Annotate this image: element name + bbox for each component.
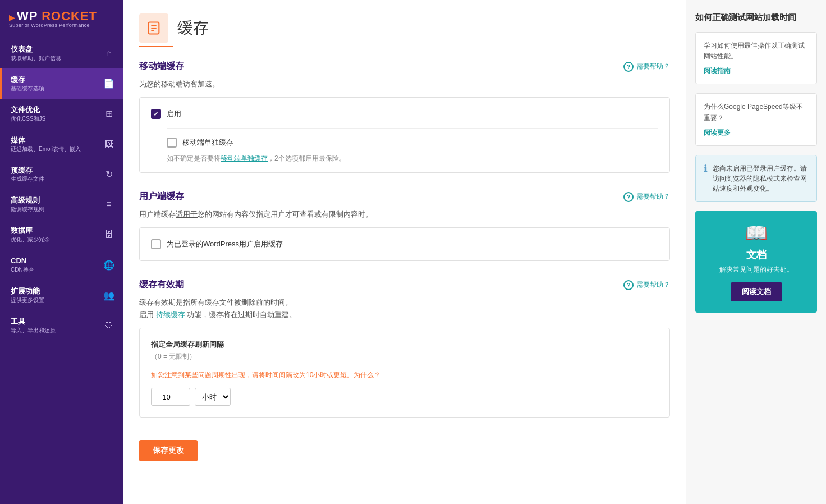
mobile-separate-desc: 如不确定是否要将移动端单独缓存，2个选项都启用最保险。 bbox=[167, 153, 658, 163]
mobile-cache-help[interactable]: ? 需要帮助？ bbox=[623, 62, 670, 72]
cache-lifetime-help[interactable]: ? 需要帮助？ bbox=[623, 280, 670, 290]
user-cache-enable-row[interactable]: 为已登录的WordPress用户启用缓存 bbox=[151, 237, 658, 251]
interval-row: 小时 分钟 天 bbox=[151, 388, 658, 406]
nav-item-advanced[interactable]: 高级规则 微调缓存规则 ≡ bbox=[0, 189, 123, 219]
cache-lifetime-desc1: 缓存有效期是指所有缓存文件被删除前的时间。 bbox=[139, 297, 670, 308]
cache-box-subtitle: （0 = 无限制） bbox=[151, 352, 658, 361]
nav-item-preload[interactable]: 预缓存 生成缓存文件 ↻ bbox=[0, 159, 123, 190]
mobile-cache-enable-row[interactable]: 启用 bbox=[151, 107, 658, 121]
mobile-cache-title: 移动端缓存 bbox=[139, 61, 184, 72]
docs-icon: 📖 bbox=[704, 222, 808, 244]
nav-item-dashboard[interactable]: 仪表盘 获取帮助、账户信息 ⌂ bbox=[0, 38, 123, 68]
pagespeed-card-text: 为什么Google PageSpeed等级不重要？ bbox=[704, 102, 809, 123]
page-header: 缓存 bbox=[139, 13, 670, 43]
page-title: 缓存 bbox=[177, 17, 209, 39]
docs-button[interactable]: 阅读文档 bbox=[731, 282, 782, 301]
info-card-text: 您尚未启用已登录用户缓存。请访问浏览器的隐私模式来检查网站速度和外观变化。 bbox=[713, 163, 809, 194]
guide-card-text: 学习如何使用最佳操作以正确测试网站性能。 bbox=[704, 40, 809, 62]
mobile-cache-enable-label[interactable]: 启用 bbox=[167, 109, 181, 119]
nav-item-tools[interactable]: 工具 导入、导出和还原 🛡 bbox=[0, 310, 123, 341]
docs-desc: 解决常见问题的好去处。 bbox=[704, 265, 808, 274]
cache-lifetime-section: 缓存有效期 ? 需要帮助？ 缓存有效期是指所有缓存文件被删除前的时间。 启用 持… bbox=[139, 279, 670, 418]
persist-cache-link[interactable]: 持续缓存 bbox=[156, 310, 185, 319]
user-cache-title: 用户端缓存 bbox=[139, 191, 184, 203]
logo-subtitle: Superior WordPress Performance bbox=[9, 22, 90, 28]
right-sidebar-title: 如何正确测试网站加载时间 bbox=[695, 11, 817, 23]
docs-title: 文档 bbox=[704, 248, 808, 262]
preload-icon: ↻ bbox=[103, 169, 114, 180]
info-card: ℹ 您尚未启用已登录用户缓存。请访问浏览器的隐私模式来检查网站速度和外观变化。 bbox=[695, 155, 817, 202]
nav-item-cdn[interactable]: CDN CDN整合 🌐 bbox=[0, 250, 123, 280]
cache-lifetime-title: 缓存有效期 bbox=[139, 279, 184, 291]
user-cache-section: 用户端缓存 ? 需要帮助？ 用户端缓存适用于您的网站有内容仅指定用户才可查看或有… bbox=[139, 191, 670, 261]
user-cache-enable-checkbox[interactable] bbox=[151, 239, 161, 249]
cache-lifetime-box: 指定全局缓存刷新间隔 （0 = 无限制） 如您注意到某些问题周期性出现，请将时间… bbox=[139, 328, 670, 418]
logo-wp: WP ROCKET bbox=[17, 10, 97, 22]
nav-item-addons[interactable]: 扩展功能 提供更多设置 👥 bbox=[0, 280, 123, 310]
mobile-cache-options: 启用 移动端单独缓存 如不确定是否要将移动端单独缓存，2个选项都启用最保险。 bbox=[139, 97, 670, 173]
dashboard-icon: ⌂ bbox=[103, 48, 114, 58]
main-content: 缓存 移动端缓存 ? 需要帮助？ 为您的移动端访客加速。 启用 bbox=[123, 0, 686, 504]
advanced-icon: ≡ bbox=[103, 199, 114, 209]
user-cache-help[interactable]: ? 需要帮助？ bbox=[623, 192, 670, 202]
cache-lifetime-desc2: 启用 持续缓存 功能，缓存将在过期时自动重建。 bbox=[139, 310, 670, 320]
tools-icon: 🛡 bbox=[103, 320, 114, 331]
mobile-cache-enable-checkbox[interactable] bbox=[151, 109, 161, 119]
user-cache-desc: 用户端缓存适用于您的网站有内容仅指定用户才可查看或有限制内容时。 bbox=[139, 209, 670, 219]
pagespeed-card-link[interactable]: 阅读更多 bbox=[704, 128, 809, 138]
nav-item-file-opt[interactable]: 文件优化 优化CSS和JS ⊞ bbox=[0, 99, 123, 129]
guide-card: 学习如何使用最佳操作以正确测试网站性能。 阅读指南 bbox=[695, 32, 817, 84]
help-icon-lifetime: ? bbox=[623, 280, 634, 290]
main-wrapper: 缓存 移动端缓存 ? 需要帮助？ 为您的移动端访客加速。 启用 bbox=[123, 0, 826, 504]
mobile-separate-row[interactable]: 移动端单独缓存 bbox=[167, 135, 658, 150]
help-icon-user: ? bbox=[623, 192, 634, 202]
nav-item-media[interactable]: 媒体 延迟加载、Emoji表情、嵌入 🖼 bbox=[0, 129, 123, 159]
pagespeed-card: 为什么Google PageSpeed等级不重要？ 阅读更多 bbox=[695, 93, 817, 145]
page-divider bbox=[139, 46, 173, 47]
cache-warning: 如您注意到某些问题周期性出现，请将时间间隔改为10小时或更短。为什么？ bbox=[151, 370, 658, 380]
info-icon: ℹ bbox=[704, 163, 707, 194]
media-icon: 🖼 bbox=[103, 139, 114, 149]
interval-input[interactable] bbox=[151, 388, 190, 406]
docs-card: 📖 文档 解决常见问题的好去处。 阅读文档 bbox=[695, 211, 817, 313]
cdn-icon: 🌐 bbox=[103, 260, 114, 271]
save-button[interactable]: 保存更改 bbox=[139, 440, 198, 461]
mobile-separate-option: 移动端单独缓存 如不确定是否要将移动端单独缓存，2个选项都启用最保险。 bbox=[167, 128, 658, 163]
cache-warning-link[interactable]: 为什么？ bbox=[354, 371, 380, 379]
sidebar: ▶ WP ROCKET Superior WordPress Performan… bbox=[0, 0, 123, 504]
mobile-cache-desc: 为您的移动端访客加速。 bbox=[139, 79, 670, 89]
nav-item-cache[interactable]: 缓存 基础缓存选项 📄 bbox=[0, 68, 123, 99]
interval-select[interactable]: 小时 分钟 天 bbox=[195, 388, 231, 406]
user-cache-options: 为已登录的WordPress用户启用缓存 bbox=[139, 227, 670, 261]
mobile-separate-label[interactable]: 移动端单独缓存 bbox=[182, 138, 233, 148]
database-icon: 🗄 bbox=[103, 230, 114, 240]
page-icon bbox=[139, 13, 168, 43]
cache-icon: 📄 bbox=[103, 78, 114, 89]
mobile-separate-checkbox[interactable] bbox=[167, 138, 177, 148]
file-opt-icon: ⊞ bbox=[103, 108, 114, 119]
cache-box-title: 指定全局缓存刷新间隔 bbox=[151, 340, 658, 350]
nav-item-database[interactable]: 数据库 优化、减少冗余 🗄 bbox=[0, 219, 123, 250]
user-cache-enable-label[interactable]: 为已登录的WordPress用户启用缓存 bbox=[167, 239, 283, 249]
guide-card-link[interactable]: 阅读指南 bbox=[704, 66, 809, 76]
right-sidebar: 如何正确测试网站加载时间 学习如何使用最佳操作以正确测试网站性能。 阅读指南 为… bbox=[686, 0, 826, 504]
help-icon-mobile: ? bbox=[623, 62, 634, 72]
addons-icon: 👥 bbox=[103, 290, 114, 301]
logo: ▶ WP ROCKET Superior WordPress Performan… bbox=[0, 0, 123, 38]
mobile-cache-section: 移动端缓存 ? 需要帮助？ 为您的移动端访客加速。 启用 移动端单独缓存 bbox=[139, 61, 670, 173]
mobile-separate-link[interactable]: 移动端单独缓存 bbox=[221, 154, 268, 162]
